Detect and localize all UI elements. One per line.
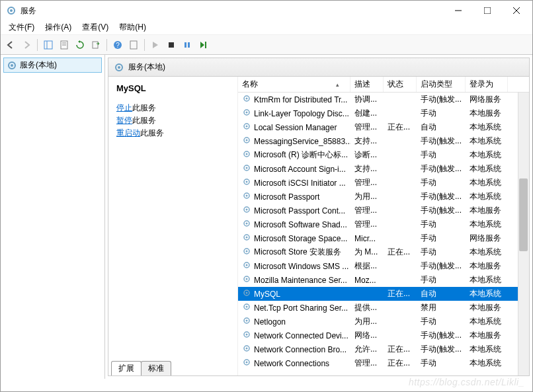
pause-service-button[interactable] — [180, 38, 194, 52]
service-row[interactable]: MySQL正在...自动本地系统 — [238, 287, 529, 301]
gear-icon — [242, 274, 251, 286]
service-row[interactable]: Network Connected Devi...网络...手动(触发...本地… — [238, 329, 529, 342]
menu-view[interactable]: 查看(V) — [77, 20, 114, 34]
menu-action[interactable]: 操作(A) — [40, 20, 77, 34]
service-row[interactable]: Microsoft Storage Space...Micr...手动网络服务 — [238, 231, 529, 245]
export-button[interactable] — [89, 38, 103, 52]
svg-point-56 — [246, 320, 248, 322]
svg-rect-18 — [205, 42, 206, 48]
cell-startup: 禁用 — [417, 302, 466, 313]
gear-icon — [242, 149, 251, 161]
start-service-button[interactable] — [148, 38, 163, 52]
back-button[interactable] — [3, 38, 18, 52]
list-body[interactable]: KtmRm for Distributed Tr...协调...手动(触发...… — [238, 93, 529, 375]
scrollbar-thumb[interactable] — [519, 178, 528, 251]
svg-point-48 — [246, 264, 248, 266]
tab-standard[interactable]: 标准 — [141, 361, 171, 375]
tab-extended[interactable]: 扩展 — [111, 361, 142, 375]
properties-button[interactable] — [57, 38, 71, 52]
service-row[interactable]: Microsoft Passport Cont...管理...手动(触发...本… — [238, 204, 529, 217]
gear-icon — [242, 288, 251, 299]
cell-logon: 本地系统 — [466, 122, 508, 133]
cell-logon: 本地系统 — [466, 149, 508, 161]
show-hide-button[interactable] — [41, 38, 56, 52]
cell-startup: 手动 — [417, 274, 466, 286]
cell-name: Microsoft Windows SMS ... — [238, 260, 350, 272]
gear-icon — [242, 191, 251, 202]
cell-name: Microsoft Storage Space... — [238, 233, 350, 244]
cell-status: 正在... — [384, 122, 417, 133]
svg-point-54 — [246, 306, 248, 308]
service-row[interactable]: Local Session Manager管理...正在...自动本地系统 — [238, 120, 529, 134]
help2-button[interactable] — [126, 38, 141, 52]
svg-point-20 — [11, 64, 13, 67]
gear-icon — [242, 136, 251, 147]
cell-desc: Moz... — [350, 276, 384, 285]
right-pane: 服务(本地) MySQL 停止此服务 暂停此服务 重启动此服务 名称▴ 描述 状… — [108, 58, 530, 376]
menubar: 文件(F) 操作(A) 查看(V) 帮助(H) — [1, 20, 532, 35]
cell-name: Microsoft Software Shad... — [238, 219, 350, 230]
svg-point-30 — [246, 139, 248, 141]
close-button[interactable] — [502, 1, 531, 20]
svg-point-28 — [246, 126, 248, 128]
restart-link[interactable]: 重启动 — [116, 128, 140, 137]
col-logon[interactable]: 登录为 — [466, 77, 508, 92]
service-row[interactable]: Microsoft Software Shad...管理...手动本地系统 — [238, 217, 529, 231]
service-row[interactable]: Microsoft (R) 诊断中心标...诊断...手动本地系统 — [238, 148, 529, 162]
service-row[interactable]: Link-Layer Topology Disc...创建...手动本地服务 — [238, 106, 529, 120]
stop-service-button[interactable] — [164, 38, 179, 52]
cell-logon: 本地服务 — [466, 108, 508, 119]
cell-name: MessagingService_85883... — [238, 136, 350, 147]
service-row[interactable]: Microsoft Windows SMS ...根据...手动(触发...本地… — [238, 259, 529, 273]
list-pane: 名称▴ 描述 状态 启动类型 登录为 KtmRm for Distributed… — [237, 77, 529, 375]
service-row[interactable]: Net.Tcp Port Sharing Ser...提供...禁用本地服务 — [238, 301, 529, 315]
cell-startup: 自动 — [417, 122, 466, 133]
tabs: 扩展 标准 — [108, 361, 529, 375]
gear-icon — [242, 330, 251, 341]
cell-name: Microsoft Account Sign-i... — [238, 163, 350, 175]
svg-point-40 — [246, 209, 248, 211]
cell-logon: 本地系统 — [466, 136, 508, 147]
cell-logon: 本地服务 — [466, 330, 508, 341]
menu-file[interactable]: 文件(F) — [3, 20, 40, 34]
gear-icon — [242, 344, 251, 355]
service-row[interactable]: KtmRm for Distributed Tr...协调...手动(触发...… — [238, 93, 529, 106]
svg-rect-3 — [484, 7, 491, 14]
forward-button[interactable] — [19, 38, 34, 52]
cell-desc: 管理... — [350, 205, 384, 216]
cell-startup: 手动(触发... — [417, 344, 466, 355]
svg-point-36 — [246, 181, 248, 183]
cell-name: KtmRm for Distributed Tr... — [238, 94, 350, 105]
gear-icon — [242, 177, 251, 188]
gear-icon — [242, 302, 251, 313]
col-name[interactable]: 名称▴ — [238, 77, 350, 92]
svg-point-38 — [246, 195, 248, 197]
svg-point-26 — [246, 112, 248, 114]
refresh-button[interactable] — [73, 38, 87, 52]
maximize-button[interactable] — [473, 1, 502, 20]
cell-startup: 手动(触发... — [417, 94, 466, 105]
menu-help[interactable]: 帮助(H) — [114, 20, 151, 34]
service-row[interactable]: Network Connection Bro...允许...正在...手动(触发… — [238, 342, 529, 356]
minimize-button[interactable] — [444, 1, 473, 20]
stop-link[interactable]: 停止 — [116, 103, 132, 112]
tree-node-services-local[interactable]: 服务(本地) — [3, 58, 102, 73]
service-row[interactable]: MessagingService_85883...支持...手动(触发...本地… — [238, 134, 529, 148]
service-row[interactable]: Microsoft Passport为用...手动(触发...本地系统 — [238, 190, 529, 204]
cell-name: Netlogon — [238, 316, 350, 327]
pause-link[interactable]: 暂停 — [116, 116, 132, 125]
col-desc[interactable]: 描述 — [350, 77, 384, 92]
service-row[interactable]: Mozilla Maintenance Ser...Moz...手动本地系统 — [238, 273, 529, 287]
restart-service-button[interactable] — [196, 38, 210, 52]
service-row[interactable]: Microsoft Account Sign-i...支持...手动(触发...… — [238, 162, 529, 176]
scrollbar[interactable] — [518, 93, 529, 375]
col-startup[interactable]: 启动类型 — [417, 77, 466, 92]
svg-rect-17 — [188, 42, 190, 48]
service-row[interactable]: Microsoft Store 安装服务为 M...正在...手动本地系统 — [238, 245, 529, 259]
gear-icon — [242, 94, 251, 105]
help-button[interactable]: ? — [110, 38, 125, 52]
cell-status: 正在... — [384, 344, 417, 355]
col-status[interactable]: 状态 — [384, 77, 417, 92]
service-row[interactable]: Netlogon为用...手动本地系统 — [238, 315, 529, 329]
service-row[interactable]: Microsoft iSCSI Initiator ...管理...手动本地系统 — [238, 176, 529, 190]
